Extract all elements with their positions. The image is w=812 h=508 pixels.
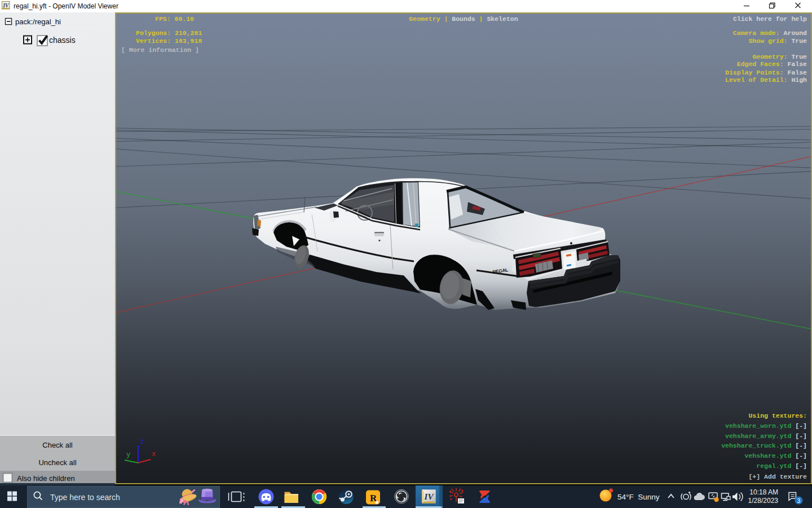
svg-text:z: z: [140, 438, 144, 446]
svg-text:IV: IV: [2, 3, 9, 8]
svg-text:y: y: [126, 451, 130, 459]
svg-text:3: 3: [797, 497, 801, 504]
svg-text:IV: IV: [424, 492, 435, 501]
svg-text:x: x: [152, 450, 156, 458]
